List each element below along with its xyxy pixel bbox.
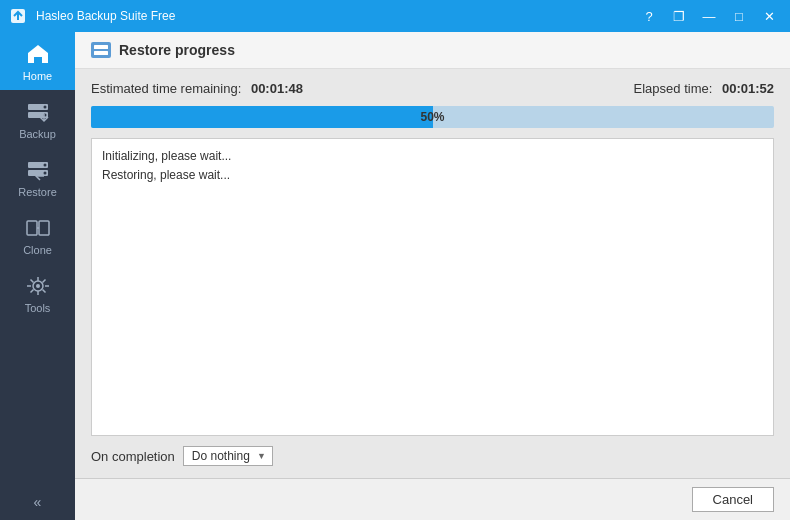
content-area: Restore progress Estimated time remainin… (75, 32, 790, 520)
elapsed-time: Elapsed time: 00:01:52 (634, 81, 774, 96)
completion-row: On completion Do nothing ▼ (91, 446, 774, 466)
svg-rect-9 (27, 221, 37, 235)
estimated-time-label: Estimated time remaining: 00:01:48 (91, 81, 303, 96)
restore-button[interactable]: ❐ (666, 6, 692, 26)
time-row: Estimated time remaining: 00:01:48 Elaps… (91, 81, 774, 96)
sidebar-collapse[interactable]: « (0, 484, 75, 520)
progress-bar-container: 50% (91, 106, 774, 128)
sidebar-item-home[interactable]: Home (0, 32, 75, 90)
log-line-2: Restoring, please wait... (102, 166, 763, 185)
title-bar: Hasleo Backup Suite Free ? ❐ — □ ✕ (0, 0, 790, 32)
svg-point-8 (43, 172, 46, 175)
elapsed-time-value: 00:01:52 (722, 81, 774, 96)
sidebar-label-home: Home (23, 70, 52, 82)
close-button[interactable]: ✕ (756, 6, 782, 26)
help-button[interactable]: ? (636, 6, 662, 26)
svg-point-3 (43, 106, 46, 109)
svg-rect-13 (94, 45, 108, 49)
minimize-button[interactable]: — (696, 6, 722, 26)
restore-progress-icon (91, 42, 111, 58)
sidebar-item-restore[interactable]: Restore (0, 148, 75, 206)
panel-title: Restore progress (119, 42, 235, 58)
completion-label: On completion (91, 449, 175, 464)
dropdown-arrow-icon: ▼ (257, 451, 266, 461)
panel-header: Restore progress (75, 32, 790, 69)
progress-bar-fill (91, 106, 433, 128)
sidebar-label-clone: Clone (23, 244, 52, 256)
maximize-button[interactable]: □ (726, 6, 752, 26)
completion-dropdown[interactable]: Do nothing ▼ (183, 446, 273, 466)
sidebar-item-tools[interactable]: Tools (0, 264, 75, 322)
svg-point-12 (36, 284, 40, 288)
svg-rect-14 (94, 51, 108, 55)
progress-panel: Estimated time remaining: 00:01:48 Elaps… (75, 69, 790, 478)
app-icon (8, 6, 28, 26)
svg-point-7 (43, 164, 46, 167)
progress-bar-label: 50% (420, 110, 444, 124)
sidebar-item-clone[interactable]: Clone (0, 206, 75, 264)
app-title: Hasleo Backup Suite Free (36, 9, 636, 23)
sidebar-label-backup: Backup (19, 128, 56, 140)
estimated-time-value: 00:01:48 (251, 81, 303, 96)
log-area: Initializing, please wait... Restoring, … (91, 138, 774, 436)
log-line-1: Initializing, please wait... (102, 147, 763, 166)
sidebar-label-tools: Tools (25, 302, 51, 314)
footer: Cancel (75, 478, 790, 520)
main-layout: Home Backup Restore (0, 32, 790, 520)
collapse-icon: « (34, 494, 42, 510)
cancel-button[interactable]: Cancel (692, 487, 774, 512)
sidebar-item-backup[interactable]: Backup (0, 90, 75, 148)
sidebar-label-restore: Restore (18, 186, 57, 198)
sidebar: Home Backup Restore (0, 32, 75, 520)
window-controls: ? ❐ — □ ✕ (636, 6, 782, 26)
svg-rect-10 (39, 221, 49, 235)
completion-value: Do nothing (192, 449, 250, 463)
